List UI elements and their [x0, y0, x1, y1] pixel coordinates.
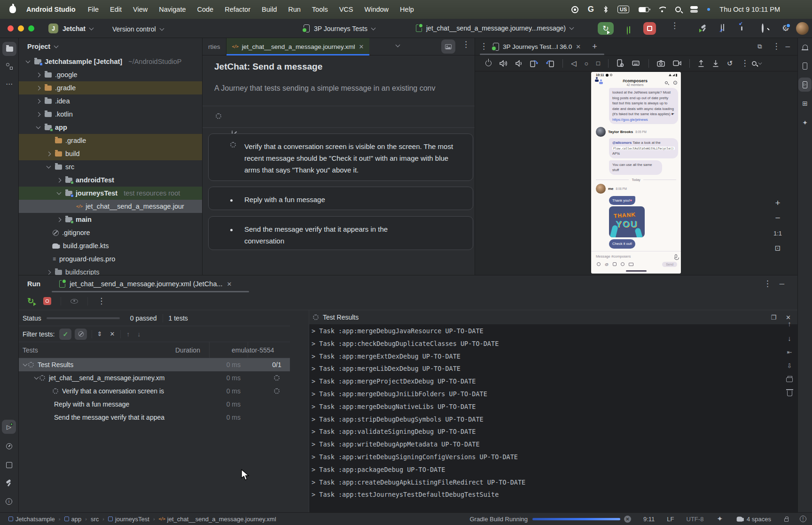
zoom-in-button[interactable]: + — [772, 198, 784, 208]
breadcrumb-project[interactable]: Jetchatsample — [16, 516, 55, 523]
chat-search-icon[interactable] — [665, 81, 668, 84]
layout-inspector-button[interactable]: ⊞ — [798, 96, 812, 110]
menu-app-name[interactable]: Android Studio — [26, 6, 76, 13]
overview-icon[interactable]: □ — [596, 60, 600, 67]
gemini-button[interactable]: ✦ — [798, 116, 812, 130]
menu-file[interactable]: File — [88, 6, 99, 13]
minimize-panel-icon[interactable]: ─ — [785, 43, 790, 50]
message-input[interactable]: Message #composers — [591, 251, 681, 259]
send-button[interactable]: Send — [662, 262, 677, 267]
project-panel-header[interactable]: Project — [19, 38, 202, 55]
show-ignored-toggle[interactable] — [75, 329, 87, 340]
rotate-right-icon[interactable] — [546, 60, 554, 67]
tree-row-idea[interactable]: .idea — [19, 94, 202, 108]
menu-navigate[interactable]: Navigate — [159, 6, 186, 13]
minimize-panel-icon[interactable]: ─ — [780, 280, 784, 288]
tool-more-button[interactable]: ⋯ — [2, 77, 16, 91]
scroll-up-icon[interactable]: ↑ — [788, 320, 791, 328]
build-project-button[interactable] — [700, 24, 703, 32]
chat-info-icon[interactable]: i — [673, 81, 677, 85]
project-widget[interactable]: J Jetchat — [48, 24, 93, 33]
clear-console-icon[interactable] — [787, 391, 792, 396]
mention-icon[interactable]: @ — [605, 262, 609, 266]
column-tests[interactable]: Tests — [23, 346, 38, 354]
run-panel-options-kebab-icon[interactable]: ⋮ — [764, 282, 766, 285]
indent-widget[interactable]: 4 spaces — [736, 516, 771, 523]
emoji-icon[interactable] — [597, 262, 601, 266]
tree-row-kotlin[interactable]: .kotlin — [19, 108, 202, 121]
tree-row-proguard[interactable]: ≡ proguard-rules.pro — [19, 252, 202, 266]
test-row-step[interactable]: Send the message verify that it appea 0 … — [19, 411, 290, 424]
soft-wrap-icon[interactable]: ⇤ — [787, 349, 792, 356]
keyboard-icon[interactable] — [632, 60, 640, 67]
test-row-step[interactable]: Verify that a conversation screen is 0 m… — [19, 384, 290, 398]
spotlight-search-icon[interactable] — [675, 7, 681, 12]
close-icon[interactable]: ✕ — [227, 281, 232, 288]
menu-help[interactable]: Help — [400, 6, 414, 13]
volume-up-icon[interactable] — [500, 60, 508, 67]
stop-tests-button[interactable] — [43, 297, 51, 305]
menu-vcs[interactable]: VCS — [339, 6, 353, 13]
upload-icon[interactable] — [698, 60, 704, 67]
emulator-options-kebab-icon[interactable]: ⋮ — [741, 62, 743, 65]
avatar[interactable] — [596, 184, 606, 194]
line-separator[interactable]: LF — [667, 516, 674, 523]
breadcrumb-journeystest[interactable]: journeysTest — [115, 516, 149, 523]
download-icon[interactable] — [712, 60, 719, 67]
breadcrumb-app[interactable]: app — [71, 516, 82, 523]
chat-link[interactable]: https://goo.gle/jetnews — [612, 118, 648, 122]
tab-scrollbar[interactable] — [52, 291, 249, 292]
tree-row-gradle[interactable]: .gradle — [19, 81, 202, 94]
zoom-out-button[interactable]: − — [772, 213, 784, 223]
device-manager-button[interactable] — [798, 59, 812, 73]
open-in-window-icon[interactable]: ⧉ — [757, 43, 762, 50]
zoom-level-label[interactable]: 1:1 — [772, 230, 784, 237]
vcs-widget[interactable]: Version control — [112, 25, 164, 33]
show-passed-toggle[interactable]: ✓ — [59, 329, 71, 340]
tree-row-google[interactable]: .google — [19, 68, 202, 81]
tree-row-androidtest[interactable]: androidTest — [19, 173, 202, 187]
devices-options-kebab-icon[interactable]: ⋮ — [480, 45, 483, 48]
tree-row-root[interactable]: Jetchatsample [Jetchat] ~/AndroidStudioP — [19, 55, 202, 68]
collapse-all-icon[interactable]: ✕ — [109, 330, 115, 337]
ai-assistant-icon[interactable]: ✦ — [717, 515, 723, 523]
menu-edit[interactable]: Edit — [110, 6, 122, 13]
tool-build-button[interactable] — [2, 476, 16, 490]
tool-profiler-button[interactable] — [2, 439, 16, 453]
device-selector[interactable]: 3P Journeys Tests — [304, 24, 375, 32]
device-tab[interactable]: 3P Journeys Test...l 36.0 ✕ — [488, 38, 586, 55]
journey-step-card[interactable]: Reply with a fun message — [208, 187, 473, 210]
display-zoom-selector[interactable] — [751, 61, 762, 66]
volume-down-icon[interactable] — [515, 60, 522, 67]
mention[interactable]: @aliconors — [612, 141, 632, 145]
scroll-down-icon[interactable]: ↓ — [788, 334, 791, 342]
toolbar-kebab-icon[interactable]: ⋮ — [97, 300, 100, 303]
menu-run[interactable]: Run — [288, 6, 301, 13]
inspections-icon[interactable]: ! — [800, 516, 806, 522]
avatar[interactable] — [596, 127, 606, 137]
run-options-kebab-icon[interactable]: ⋮ — [671, 24, 673, 27]
breadcrumb-file[interactable]: jet_chat__send_a_message.journey.xml — [167, 516, 276, 523]
tool-run-button[interactable]: ▷ — [2, 420, 16, 434]
back-icon[interactable]: ◁ — [571, 59, 577, 68]
tool-problems-button[interactable]: i — [2, 494, 16, 509]
tree-row-gitignore[interactable]: .gitignore — [19, 226, 202, 239]
tree-row-main[interactable]: main — [19, 213, 202, 226]
stop-button[interactable] — [643, 22, 656, 35]
device-settings-icon[interactable] — [617, 59, 624, 67]
settings-button[interactable]: ⚙ — [782, 24, 789, 33]
wifi-icon[interactable] — [658, 7, 666, 12]
menu-build[interactable]: Build — [262, 6, 277, 13]
editor-options-kebab-icon[interactable]: ⋮ — [462, 43, 465, 46]
window-close-button[interactable] — [8, 25, 14, 31]
test-row-suite[interactable]: jet_chat__send_a_message.journey.xm 0 ms — [19, 371, 290, 384]
control-center-icon[interactable] — [690, 6, 698, 13]
column-duration[interactable]: Duration — [175, 346, 200, 354]
rotate-left-icon[interactable] — [530, 60, 538, 67]
journey-step-card[interactable]: Verify that a conversation screen is vis… — [208, 133, 473, 181]
search-everywhere-button[interactable] — [762, 24, 764, 32]
next-failed-icon[interactable]: ↓ — [137, 330, 141, 338]
watch-icon[interactable] — [70, 299, 78, 304]
bluetooth-icon[interactable] — [603, 6, 608, 13]
gif-icon[interactable] — [621, 262, 625, 266]
